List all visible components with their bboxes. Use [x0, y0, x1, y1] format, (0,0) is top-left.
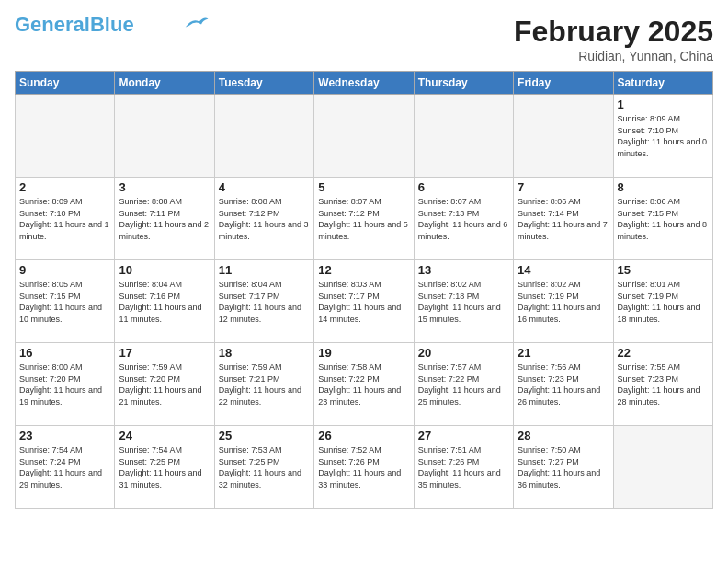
calendar-cell	[314, 95, 414, 178]
calendar-cell: 27Sunrise: 7:51 AMSunset: 7:26 PMDayligh…	[414, 426, 513, 509]
calendar-week-4: 16Sunrise: 8:00 AMSunset: 7:20 PMDayligh…	[16, 343, 713, 426]
day-info: Sunrise: 8:05 AMSunset: 7:15 PMDaylight:…	[19, 279, 110, 325]
title-block: February 2025 Ruidian, Yunnan, China	[514, 15, 713, 63]
day-info: Sunrise: 7:59 AMSunset: 7:21 PMDaylight:…	[219, 362, 310, 408]
calendar-cell: 23Sunrise: 7:54 AMSunset: 7:24 PMDayligh…	[16, 426, 115, 509]
calendar-cell: 17Sunrise: 7:59 AMSunset: 7:20 PMDayligh…	[115, 343, 214, 426]
day-number: 24	[119, 429, 210, 442]
column-header-monday: Monday	[115, 72, 214, 95]
calendar-cell: 11Sunrise: 8:04 AMSunset: 7:17 PMDayligh…	[214, 260, 313, 343]
day-number: 10	[119, 263, 210, 277]
day-info: Sunrise: 7:55 AMSunset: 7:23 PMDaylight:…	[618, 362, 709, 408]
day-info: Sunrise: 8:07 AMSunset: 7:12 PMDaylight:…	[318, 196, 409, 242]
calendar-cell: 21Sunrise: 7:56 AMSunset: 7:23 PMDayligh…	[514, 343, 613, 426]
day-number: 28	[518, 429, 609, 442]
day-info: Sunrise: 7:58 AMSunset: 7:22 PMDaylight:…	[318, 362, 409, 408]
day-number: 11	[219, 263, 310, 277]
calendar-cell: 19Sunrise: 7:58 AMSunset: 7:22 PMDayligh…	[314, 343, 414, 426]
day-info: Sunrise: 7:54 AMSunset: 7:25 PMDaylight:…	[119, 444, 210, 490]
calendar-cell: 25Sunrise: 7:53 AMSunset: 7:25 PMDayligh…	[214, 426, 313, 509]
calendar-cell: 14Sunrise: 8:02 AMSunset: 7:19 PMDayligh…	[514, 260, 613, 343]
day-info: Sunrise: 8:02 AMSunset: 7:19 PMDaylight:…	[518, 279, 609, 325]
day-info: Sunrise: 7:57 AMSunset: 7:22 PMDaylight:…	[418, 362, 509, 408]
day-number: 22	[618, 346, 709, 360]
calendar-cell: 8Sunrise: 8:06 AMSunset: 7:15 PMDaylight…	[613, 178, 712, 260]
day-number: 8	[618, 180, 709, 194]
month-title: February 2025	[514, 15, 713, 49]
location: Ruidian, Yunnan, China	[514, 49, 713, 63]
day-number: 17	[119, 346, 210, 360]
day-info: Sunrise: 8:06 AMSunset: 7:14 PMDaylight:…	[518, 196, 609, 242]
day-info: Sunrise: 8:00 AMSunset: 7:20 PMDaylight:…	[19, 362, 110, 408]
logo-text: GeneralBlue	[15, 15, 134, 35]
day-number: 4	[219, 180, 310, 194]
column-header-wednesday: Wednesday	[314, 72, 414, 95]
calendar-cell: 10Sunrise: 8:04 AMSunset: 7:16 PMDayligh…	[115, 260, 214, 343]
day-number: 21	[518, 346, 609, 360]
day-info: Sunrise: 8:08 AMSunset: 7:11 PMDaylight:…	[119, 196, 210, 242]
day-info: Sunrise: 8:09 AMSunset: 7:10 PMDaylight:…	[618, 113, 709, 159]
calendar-cell: 26Sunrise: 7:52 AMSunset: 7:26 PMDayligh…	[314, 426, 414, 509]
calendar-cell: 6Sunrise: 8:07 AMSunset: 7:13 PMDaylight…	[414, 178, 513, 260]
column-header-thursday: Thursday	[414, 72, 513, 95]
calendar-week-5: 23Sunrise: 7:54 AMSunset: 7:24 PMDayligh…	[16, 426, 713, 509]
calendar-cell: 1Sunrise: 8:09 AMSunset: 7:10 PMDaylight…	[613, 95, 712, 178]
calendar-cell	[613, 426, 712, 509]
calendar-cell: 7Sunrise: 8:06 AMSunset: 7:14 PMDaylight…	[514, 178, 613, 260]
day-number: 27	[418, 429, 509, 442]
day-number: 15	[618, 263, 709, 277]
calendar-cell: 9Sunrise: 8:05 AMSunset: 7:15 PMDaylight…	[16, 260, 115, 343]
day-number: 14	[518, 263, 609, 277]
calendar-week-2: 2Sunrise: 8:09 AMSunset: 7:10 PMDaylight…	[16, 178, 713, 260]
day-number: 3	[119, 180, 210, 194]
day-info: Sunrise: 7:56 AMSunset: 7:23 PMDaylight:…	[518, 362, 609, 408]
day-number: 7	[518, 180, 609, 194]
calendar-cell: 15Sunrise: 8:01 AMSunset: 7:19 PMDayligh…	[613, 260, 712, 343]
day-number: 9	[19, 263, 110, 277]
day-info: Sunrise: 8:04 AMSunset: 7:17 PMDaylight:…	[219, 279, 310, 325]
calendar-cell: 3Sunrise: 8:08 AMSunset: 7:11 PMDaylight…	[115, 178, 214, 260]
calendar-cell: 24Sunrise: 7:54 AMSunset: 7:25 PMDayligh…	[115, 426, 214, 509]
day-info: Sunrise: 8:01 AMSunset: 7:19 PMDaylight:…	[618, 279, 709, 325]
calendar-cell: 20Sunrise: 7:57 AMSunset: 7:22 PMDayligh…	[414, 343, 513, 426]
logo: GeneralBlue	[15, 15, 210, 35]
day-number: 5	[318, 180, 409, 194]
day-number: 13	[418, 263, 509, 277]
day-info: Sunrise: 8:04 AMSunset: 7:16 PMDaylight:…	[119, 279, 210, 325]
day-info: Sunrise: 7:54 AMSunset: 7:24 PMDaylight:…	[19, 444, 110, 490]
calendar-cell: 28Sunrise: 7:50 AMSunset: 7:27 PMDayligh…	[514, 426, 613, 509]
day-number: 16	[19, 346, 110, 360]
calendar-cell: 16Sunrise: 8:00 AMSunset: 7:20 PMDayligh…	[16, 343, 115, 426]
calendar-week-1: 1Sunrise: 8:09 AMSunset: 7:10 PMDaylight…	[16, 95, 713, 178]
day-info: Sunrise: 8:08 AMSunset: 7:12 PMDaylight:…	[219, 196, 310, 242]
day-info: Sunrise: 8:09 AMSunset: 7:10 PMDaylight:…	[19, 196, 110, 242]
calendar-week-3: 9Sunrise: 8:05 AMSunset: 7:15 PMDaylight…	[16, 260, 713, 343]
day-number: 23	[19, 429, 110, 442]
calendar-cell: 4Sunrise: 8:08 AMSunset: 7:12 PMDaylight…	[214, 178, 313, 260]
day-info: Sunrise: 7:52 AMSunset: 7:26 PMDaylight:…	[318, 444, 409, 490]
day-info: Sunrise: 8:03 AMSunset: 7:17 PMDaylight:…	[318, 279, 409, 325]
column-header-sunday: Sunday	[16, 72, 115, 95]
day-number: 19	[318, 346, 409, 360]
calendar-cell: 2Sunrise: 8:09 AMSunset: 7:10 PMDaylight…	[16, 178, 115, 260]
day-info: Sunrise: 7:59 AMSunset: 7:20 PMDaylight:…	[119, 362, 210, 408]
calendar-cell	[214, 95, 313, 178]
column-header-saturday: Saturday	[613, 72, 712, 95]
day-number: 20	[418, 346, 509, 360]
calendar-table: SundayMondayTuesdayWednesdayThursdayFrid…	[15, 71, 713, 509]
calendar-cell	[514, 95, 613, 178]
day-number: 2	[19, 180, 110, 194]
day-info: Sunrise: 7:51 AMSunset: 7:26 PMDaylight:…	[418, 444, 509, 490]
day-info: Sunrise: 7:53 AMSunset: 7:25 PMDaylight:…	[219, 444, 310, 490]
day-info: Sunrise: 8:06 AMSunset: 7:15 PMDaylight:…	[618, 196, 709, 242]
column-header-tuesday: Tuesday	[214, 72, 313, 95]
logo-bird-icon	[182, 15, 210, 31]
calendar-cell	[115, 95, 214, 178]
day-number: 26	[318, 429, 409, 442]
calendar-cell: 13Sunrise: 8:02 AMSunset: 7:18 PMDayligh…	[414, 260, 513, 343]
calendar-cell: 12Sunrise: 8:03 AMSunset: 7:17 PMDayligh…	[314, 260, 414, 343]
column-header-friday: Friday	[514, 72, 613, 95]
day-info: Sunrise: 7:50 AMSunset: 7:27 PMDaylight:…	[518, 444, 609, 490]
day-number: 12	[318, 263, 409, 277]
day-number: 25	[219, 429, 310, 442]
